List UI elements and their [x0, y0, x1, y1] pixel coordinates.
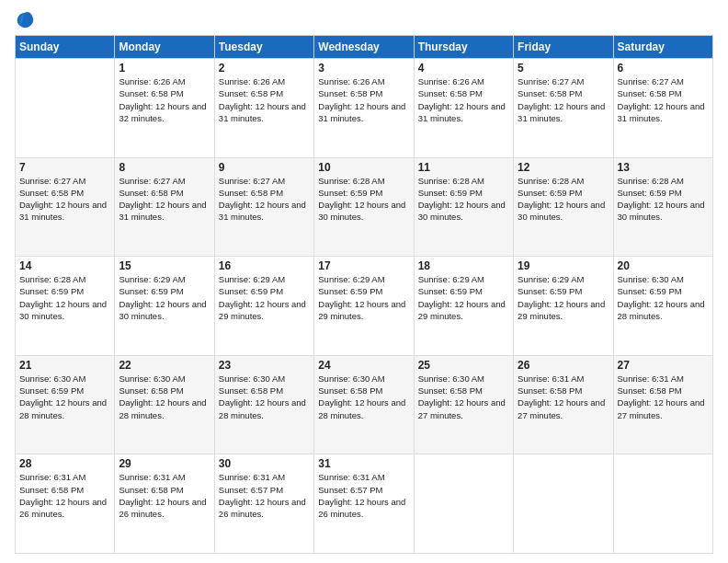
day-cell: 20Sunrise: 6:30 AMSunset: 6:59 PMDayligh…: [613, 257, 712, 356]
day-number: 30: [219, 457, 310, 470]
day-number: 15: [119, 259, 210, 272]
day-cell: 6Sunrise: 6:27 AMSunset: 6:58 PMDaylight…: [613, 59, 712, 158]
day-info: Sunrise: 6:30 AMSunset: 6:59 PMDaylight:…: [19, 373, 110, 421]
week-row-4: 21Sunrise: 6:30 AMSunset: 6:59 PMDayligh…: [16, 355, 713, 454]
day-cell: 4Sunrise: 6:26 AMSunset: 6:58 PMDaylight…: [414, 59, 513, 158]
day-info: Sunrise: 6:31 AMSunset: 6:57 PMDaylight:…: [219, 471, 310, 520]
day-info: Sunrise: 6:26 AMSunset: 6:58 PMDaylight:…: [219, 75, 310, 124]
day-cell: 23Sunrise: 6:30 AMSunset: 6:58 PMDayligh…: [214, 355, 313, 454]
day-cell: [16, 59, 115, 158]
day-info: Sunrise: 6:31 AMSunset: 6:58 PMDaylight:…: [618, 373, 709, 421]
day-cell: 10Sunrise: 6:28 AMSunset: 6:59 PMDayligh…: [314, 157, 414, 257]
calendar-header-row: SundayMondayTuesdayWednesdayThursdayFrid…: [16, 36, 713, 59]
day-number: 29: [119, 457, 210, 470]
day-cell: 26Sunrise: 6:31 AMSunset: 6:58 PMDayligh…: [514, 355, 613, 454]
day-number: 16: [219, 259, 310, 272]
day-number: 21: [19, 359, 110, 372]
day-cell: 21Sunrise: 6:30 AMSunset: 6:59 PMDayligh…: [16, 355, 115, 454]
day-cell: 2Sunrise: 6:26 AMSunset: 6:58 PMDaylight…: [214, 59, 313, 158]
day-number: 27: [618, 359, 709, 372]
day-cell: 28Sunrise: 6:31 AMSunset: 6:58 PMDayligh…: [16, 454, 115, 554]
day-number: 17: [318, 259, 409, 272]
day-cell: 30Sunrise: 6:31 AMSunset: 6:57 PMDayligh…: [214, 454, 313, 554]
day-info: Sunrise: 6:30 AMSunset: 6:58 PMDaylight:…: [318, 373, 409, 421]
day-number: 9: [219, 161, 310, 174]
day-header-friday: Friday: [514, 36, 613, 59]
day-cell: 3Sunrise: 6:26 AMSunset: 6:58 PMDaylight…: [314, 59, 414, 158]
day-number: 2: [219, 62, 310, 75]
day-info: Sunrise: 6:27 AMSunset: 6:58 PMDaylight:…: [518, 75, 609, 124]
header: [15, 9, 713, 29]
day-cell: 31Sunrise: 6:31 AMSunset: 6:57 PMDayligh…: [314, 454, 414, 554]
day-number: 14: [19, 259, 110, 272]
day-cell: 14Sunrise: 6:28 AMSunset: 6:59 PMDayligh…: [16, 257, 115, 356]
day-number: 19: [518, 259, 609, 272]
day-info: Sunrise: 6:27 AMSunset: 6:58 PMDaylight:…: [19, 175, 110, 224]
day-number: 31: [318, 457, 409, 470]
day-header-saturday: Saturday: [613, 36, 712, 59]
day-number: 1: [119, 62, 210, 75]
day-cell: 18Sunrise: 6:29 AMSunset: 6:59 PMDayligh…: [414, 257, 513, 356]
day-info: Sunrise: 6:31 AMSunset: 6:57 PMDaylight:…: [318, 471, 409, 520]
day-info: Sunrise: 6:30 AMSunset: 6:59 PMDaylight:…: [618, 273, 709, 322]
day-header-tuesday: Tuesday: [214, 36, 313, 59]
day-number: 8: [119, 161, 210, 174]
day-cell: 11Sunrise: 6:28 AMSunset: 6:59 PMDayligh…: [414, 157, 513, 257]
day-info: Sunrise: 6:28 AMSunset: 6:59 PMDaylight:…: [19, 273, 110, 322]
day-number: 18: [418, 259, 509, 272]
day-info: Sunrise: 6:31 AMSunset: 6:58 PMDaylight:…: [518, 373, 609, 421]
day-number: 6: [618, 62, 709, 75]
day-header-monday: Monday: [115, 36, 214, 59]
day-info: Sunrise: 6:27 AMSunset: 6:58 PMDaylight:…: [618, 75, 709, 124]
day-info: Sunrise: 6:29 AMSunset: 6:59 PMDaylight:…: [518, 273, 609, 322]
day-info: Sunrise: 6:30 AMSunset: 6:58 PMDaylight:…: [219, 373, 310, 421]
day-info: Sunrise: 6:26 AMSunset: 6:58 PMDaylight:…: [318, 75, 409, 124]
day-cell: 15Sunrise: 6:29 AMSunset: 6:59 PMDayligh…: [115, 257, 214, 356]
day-number: 23: [219, 359, 310, 372]
day-header-wednesday: Wednesday: [314, 36, 414, 59]
day-number: 28: [19, 457, 110, 470]
day-info: Sunrise: 6:29 AMSunset: 6:59 PMDaylight:…: [318, 273, 409, 322]
week-row-5: 28Sunrise: 6:31 AMSunset: 6:58 PMDayligh…: [16, 454, 713, 554]
day-cell: 13Sunrise: 6:28 AMSunset: 6:59 PMDayligh…: [613, 157, 712, 257]
day-number: 12: [518, 161, 609, 174]
day-number: 11: [418, 161, 509, 174]
logo: [15, 9, 39, 29]
day-cell: 27Sunrise: 6:31 AMSunset: 6:58 PMDayligh…: [613, 355, 712, 454]
day-number: 3: [318, 62, 409, 75]
day-number: 5: [518, 62, 609, 75]
logo-icon: [15, 9, 35, 29]
day-number: 25: [418, 359, 509, 372]
day-cell: 24Sunrise: 6:30 AMSunset: 6:58 PMDayligh…: [314, 355, 414, 454]
day-cell: 17Sunrise: 6:29 AMSunset: 6:59 PMDayligh…: [314, 257, 414, 356]
day-cell: 9Sunrise: 6:27 AMSunset: 6:58 PMDaylight…: [214, 157, 313, 257]
day-info: Sunrise: 6:28 AMSunset: 6:59 PMDaylight:…: [518, 175, 609, 224]
day-header-sunday: Sunday: [16, 36, 115, 59]
day-info: Sunrise: 6:27 AMSunset: 6:58 PMDaylight:…: [219, 175, 310, 224]
week-row-2: 7Sunrise: 6:27 AMSunset: 6:58 PMDaylight…: [16, 157, 713, 257]
day-cell: 19Sunrise: 6:29 AMSunset: 6:59 PMDayligh…: [514, 257, 613, 356]
day-info: Sunrise: 6:29 AMSunset: 6:59 PMDaylight:…: [219, 273, 310, 322]
day-cell: 29Sunrise: 6:31 AMSunset: 6:58 PMDayligh…: [115, 454, 214, 554]
day-number: 20: [618, 259, 709, 272]
day-number: 22: [119, 359, 210, 372]
day-cell: 7Sunrise: 6:27 AMSunset: 6:58 PMDaylight…: [16, 157, 115, 257]
day-cell: 16Sunrise: 6:29 AMSunset: 6:59 PMDayligh…: [214, 257, 313, 356]
day-info: Sunrise: 6:26 AMSunset: 6:58 PMDaylight:…: [119, 75, 210, 124]
day-number: 10: [318, 161, 409, 174]
calendar-table: SundayMondayTuesdayWednesdayThursdayFrid…: [15, 35, 713, 554]
day-cell: 25Sunrise: 6:30 AMSunset: 6:58 PMDayligh…: [414, 355, 513, 454]
day-info: Sunrise: 6:28 AMSunset: 6:59 PMDaylight:…: [418, 175, 509, 224]
day-info: Sunrise: 6:31 AMSunset: 6:58 PMDaylight:…: [119, 471, 210, 520]
day-cell: [414, 454, 513, 554]
day-cell: [613, 454, 712, 554]
day-cell: [514, 454, 613, 554]
day-info: Sunrise: 6:29 AMSunset: 6:59 PMDaylight:…: [418, 273, 509, 322]
day-info: Sunrise: 6:28 AMSunset: 6:59 PMDaylight:…: [618, 175, 709, 224]
week-row-1: 1Sunrise: 6:26 AMSunset: 6:58 PMDaylight…: [16, 59, 713, 158]
day-header-thursday: Thursday: [414, 36, 513, 59]
day-info: Sunrise: 6:30 AMSunset: 6:58 PMDaylight:…: [119, 373, 210, 421]
day-info: Sunrise: 6:26 AMSunset: 6:58 PMDaylight:…: [418, 75, 509, 124]
week-row-3: 14Sunrise: 6:28 AMSunset: 6:59 PMDayligh…: [16, 257, 713, 356]
day-cell: 22Sunrise: 6:30 AMSunset: 6:58 PMDayligh…: [115, 355, 214, 454]
